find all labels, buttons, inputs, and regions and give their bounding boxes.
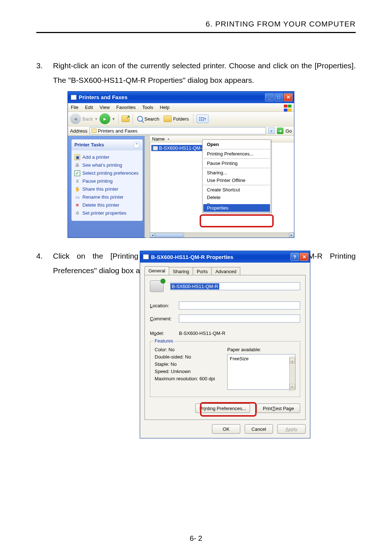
printing-preferences-button[interactable]: Printing Preferences... [195,404,250,413]
views-button[interactable]: ▾ [196,114,209,123]
location-input[interactable] [179,301,300,309]
menu-view[interactable]: View [99,105,110,110]
go-button-icon[interactable]: ➔ [277,127,283,134]
forward-button[interactable]: ► [99,113,110,124]
ctx-preferences[interactable]: Printing Preferences... [203,150,270,158]
printer-item[interactable]: B-SX600-HS11-QM-R [151,145,207,151]
task-share[interactable]: ✋Share this printer [74,185,140,193]
feature-res: Maximum resolution: 600 dpi [155,376,223,381]
left-scroll-thumb[interactable] [146,141,150,169]
left-scroll-up-icon[interactable]: ▴ [146,135,150,141]
go-label[interactable]: Go [286,128,292,134]
address-input[interactable]: Printers and Faxes [90,127,266,134]
close-button[interactable]: ✕ [284,93,293,101]
rename-icon: ▭ [74,194,80,200]
model-label: Model: [150,331,175,336]
printers-faxes-window: Printers and Faxes _ □ ✕ File Edit View … [68,91,294,238]
address-dropdown-icon[interactable]: v [268,127,275,134]
column-name[interactable]: Name [152,136,165,142]
address-folder-icon [91,129,97,133]
ctx-shortcut[interactable]: Create Shortcut [203,186,270,194]
printer-large-icon [150,280,164,292]
feature-staple: Staple: No [155,361,223,367]
feature-color: Color: No [155,347,223,352]
page-number: 6- 2 [0,534,392,543]
back-button[interactable]: ◄ [70,113,81,124]
task-rename[interactable]: ▭Rename this printer [74,193,140,201]
help-button[interactable]: ? [290,253,299,261]
tasks-pane: ▴ ▾ Printer Tasks ⌃ ▣Add a printer 🖶See … [68,136,150,238]
folders-button[interactable]: Folders [162,116,190,122]
dialog-title: B-SX600-HS11-QM-R Properties [151,254,290,260]
left-scroll-down-icon[interactable]: ▾ [146,233,150,238]
task-pause[interactable]: ⏸Pause printing [74,177,140,185]
menu-file[interactable]: File [71,105,78,110]
apply-button[interactable]: Apply [277,424,306,434]
menu-favorites[interactable]: Favorites [116,105,135,110]
ok-button[interactable]: OK [212,424,240,434]
window-titlebar[interactable]: Printers and Faxes _ □ ✕ [68,92,294,103]
back-dropdown-icon[interactable]: ▼ [94,117,98,121]
ctx-open[interactable]: Open [203,141,270,148]
toolbar: ◄ Back ▼ ► ▼ Search Folders ▾ [68,112,294,126]
delete-icon: ✕ [74,202,80,208]
properties-dialog: B-SX600-HS11-QM-R Properties ? ✕ General… [140,251,310,438]
sort-asc-icon[interactable]: ▲ [167,137,170,141]
paper-scroll-down-icon[interactable]: ▾ [290,384,295,389]
maximize-button[interactable]: □ [274,93,283,101]
properties-icon: ⚙ [74,210,80,216]
ctx-delete[interactable]: Delete [203,194,270,201]
task-see-printing[interactable]: 🖶See what's printing [74,161,140,169]
paper-scroll-up-icon[interactable]: ▴ [290,358,295,364]
scroll-left-icon[interactable]: ◂ [150,233,155,237]
print-test-page-button[interactable]: Print Test Page [257,404,300,413]
comment-input[interactable] [179,315,300,323]
menu-help[interactable]: Help [160,105,170,110]
printer-name: B-SX600-HS11-QM-R [159,145,205,151]
dialog-titlebar[interactable]: B-SX600-HS11-QM-R Properties ? ✕ [140,251,310,263]
comment-label: Comment: [150,316,175,321]
ctx-properties[interactable]: Properties [203,204,270,212]
task-select-pref[interactable]: ✓Select printing preferences [74,169,140,177]
menu-edit[interactable]: Edit [85,105,93,110]
back-label: Back [82,116,93,122]
scroll-thumb[interactable] [155,233,184,237]
task-properties[interactable]: ⚙Set printer properties [74,209,140,217]
forward-dropdown-icon[interactable]: ▼ [112,117,115,121]
paper-scrollbar[interactable]: ▴ ▾ [289,356,295,391]
up-folder-button[interactable] [122,116,130,122]
scroll-right-icon[interactable]: ▸ [289,233,294,237]
collapse-icon[interactable]: ⌃ [133,142,140,148]
horizontal-scrollbar[interactable]: ◂ ▸ [150,232,294,238]
task-delete[interactable]: ✕Delete this printer [74,201,140,209]
search-button[interactable]: Search [136,116,161,122]
minimize-button[interactable]: _ [265,93,274,101]
properties-highlight [200,214,274,227]
step-3-text: Right-click an icon of the currently sel… [53,58,356,88]
tab-ports[interactable]: Ports [193,267,212,276]
features-fieldset: Features Color: No Double-sided: No Stap… [150,341,300,397]
model-value: B-SX600-HS11-QM-R [179,331,225,336]
share-icon: ✋ [74,186,80,192]
window-title: Printers and Faxes [79,94,265,100]
printer-icon [153,146,158,150]
tab-advanced[interactable]: Advanced [211,267,240,276]
tab-general[interactable]: General [144,266,169,275]
printer-name-field[interactable]: B-SX600-HS11-QM-R [170,282,300,290]
general-tab-pane: B-SX600-HS11-QM-R Location: Comment: Mod… [144,275,306,420]
menu-tools[interactable]: Tools [142,105,153,110]
dialog-close-button[interactable]: ✕ [300,253,309,261]
header-rule [36,32,356,33]
task-add-printer[interactable]: ▣Add a printer [74,153,140,161]
ctx-offline[interactable]: Use Printer Offline [203,177,270,184]
dialog-printer-icon [143,254,149,259]
feature-double: Double-sided: No [155,354,223,360]
tab-sharing[interactable]: Sharing [169,267,193,276]
ctx-sharing[interactable]: Sharing... [203,169,270,177]
ctx-pause[interactable]: Pause Printing [203,159,270,167]
paper-available-list[interactable]: FreeSize ▴ ▾ [227,354,295,390]
features-legend: Features [153,338,175,344]
step-3-number: 3. [36,58,46,88]
cancel-button[interactable]: Cancel [245,424,273,434]
ctx-rename[interactable]: Rename [203,201,270,204]
